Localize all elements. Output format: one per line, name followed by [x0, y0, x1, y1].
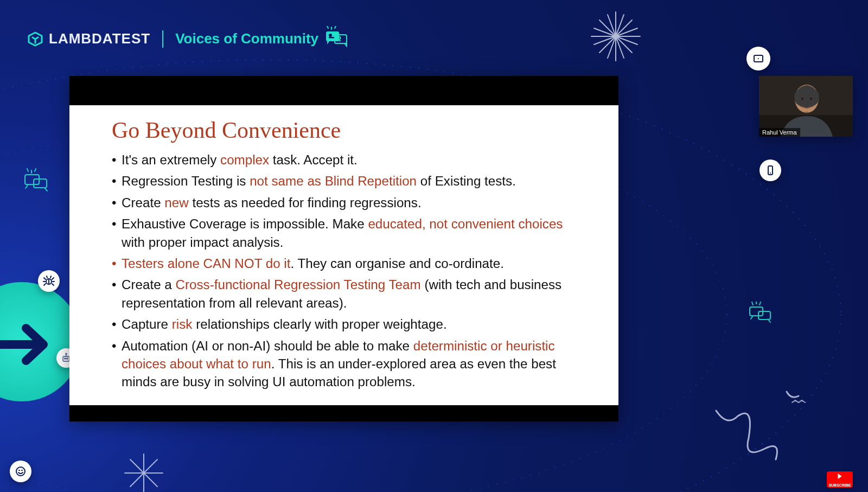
svg-line-34 — [35, 169, 36, 171]
svg-line-51 — [52, 278, 54, 279]
bullet-text: with proper impact analysis. — [122, 235, 283, 250]
bullet-highlight: Cross-functional Regression Testing Team — [176, 277, 421, 292]
header-divider — [162, 30, 163, 48]
decoration-scribble — [711, 389, 830, 465]
svg-line-37 — [752, 302, 753, 305]
svg-line-7 — [616, 36, 632, 53]
subscribe-label: SUBSCRIBE — [828, 483, 851, 487]
brand-name: LAMBDATEST — [49, 30, 150, 47]
svg-rect-27 — [326, 31, 339, 41]
bullet-item-emphasized: Testers alone CAN NOT do it. They can or… — [112, 254, 580, 272]
mobile-device-icon — [760, 159, 781, 181]
bullet-text: . They can organise and co-ordinate. — [290, 256, 504, 271]
svg-point-69 — [801, 97, 803, 100]
tablet-device-icon — [746, 47, 770, 71]
svg-line-11 — [616, 28, 637, 36]
bullet-item: It's an extremely complex task. Accept i… — [112, 151, 580, 169]
webinar-frame: LAMBDATEST Voices of Community — [0, 0, 868, 492]
bullet-item: Regression Testing is not same as Blind … — [112, 172, 580, 190]
svg-rect-41 — [758, 311, 770, 320]
bullet-item: Create a Cross-functional Regression Tes… — [112, 276, 580, 312]
svg-line-39 — [760, 302, 761, 305]
bullet-item: Create new tests as needed for finding r… — [112, 194, 580, 212]
header: LAMBDATEST Voices of Community — [27, 26, 349, 52]
bullet-highlight: new — [164, 195, 188, 210]
bullet-text: Create — [122, 195, 164, 210]
bullet-text: It's an extremely — [122, 152, 220, 167]
smile-icon — [10, 461, 31, 482]
bullet-text: tests as needed for finding regressions. — [189, 195, 422, 210]
bullet-text: relationships clearly with proper weight… — [192, 317, 446, 331]
speaker-video-thumbnail[interactable]: Rahul Verma — [759, 76, 853, 137]
svg-line-8 — [608, 15, 616, 36]
chat-bubble-icon — [324, 26, 349, 52]
svg-point-61 — [16, 467, 25, 476]
lambdatest-logo-icon — [27, 31, 43, 47]
svg-point-28 — [329, 34, 332, 37]
bug-icon — [38, 270, 60, 292]
series-title: Voices of Community — [175, 26, 349, 52]
svg-line-6 — [599, 36, 616, 53]
bullet-item: Automation (AI or non-AI) should be able… — [112, 337, 580, 391]
decoration-chat-icon — [22, 168, 52, 195]
decoration-chat-icon-right — [748, 302, 776, 327]
svg-line-53 — [52, 284, 54, 285]
svg-line-21 — [144, 459, 157, 473]
bullet-text: Regression Testing is — [122, 174, 250, 188]
svg-line-50 — [44, 278, 46, 279]
svg-line-5 — [616, 20, 632, 36]
svg-rect-36 — [34, 179, 47, 188]
svg-line-9 — [616, 15, 624, 36]
bullet-text: Create a — [122, 277, 176, 292]
subscribe-button[interactable]: SUBSCRIBE — [827, 471, 853, 488]
bullet-item: Exhaustive Coverage is impossible. Make … — [112, 215, 580, 251]
slide-content: Go Beyond Convenience It's an extremely … — [69, 105, 618, 405]
svg-line-22 — [130, 473, 144, 487]
svg-line-55 — [50, 276, 51, 278]
svg-line-14 — [608, 36, 616, 58]
svg-rect-40 — [750, 307, 763, 316]
bullet-highlight: Testers alone CAN NOT do it — [122, 256, 290, 271]
svg-point-60 — [66, 354, 67, 355]
presentation-slide: Go Beyond Convenience It's an extremely … — [69, 76, 618, 421]
svg-line-32 — [27, 169, 28, 171]
bullet-text: Capture — [122, 317, 172, 331]
bullet-highlight: not same as Blind Repetition — [250, 174, 417, 188]
bullet-highlight: complex — [220, 152, 269, 167]
decoration-firework — [580, 7, 651, 66]
bullet-highlight: educated, not convenient choices — [368, 216, 563, 231]
bullet-text: Exhaustive Coverage is impossible. Make — [122, 216, 368, 231]
svg-line-23 — [144, 473, 157, 487]
bullet-text: Automation (AI or non-AI) should be able… — [122, 338, 413, 353]
brand: LAMBDATEST — [27, 30, 150, 47]
svg-point-43 — [758, 58, 759, 59]
svg-line-52 — [44, 284, 46, 285]
svg-line-20 — [130, 459, 144, 473]
svg-line-12 — [594, 36, 616, 44]
slide-bullet-list: It's an extremely complex task. Accept i… — [112, 151, 580, 391]
decoration-firework-small — [114, 449, 174, 492]
series-title-text: Voices of Community — [175, 30, 318, 47]
svg-line-10 — [594, 28, 616, 36]
svg-line-54 — [47, 276, 47, 278]
bullet-highlight: risk — [172, 317, 193, 331]
svg-point-57 — [65, 358, 66, 359]
bullet-text: task. Accept it. — [269, 152, 358, 167]
svg-rect-35 — [25, 175, 39, 184]
speaker-name-tag: Rahul Verma — [759, 128, 800, 137]
svg-line-13 — [616, 36, 637, 44]
svg-point-45 — [770, 172, 771, 174]
svg-line-26 — [335, 26, 336, 28]
svg-point-58 — [67, 358, 68, 359]
play-icon — [838, 474, 842, 479]
svg-line-15 — [616, 36, 624, 58]
bullet-item: Capture risk relationships clearly with … — [112, 315, 580, 333]
svg-line-4 — [599, 20, 616, 36]
slide-title: Go Beyond Convenience — [112, 117, 580, 143]
svg-line-24 — [327, 26, 328, 28]
svg-point-70 — [810, 97, 812, 100]
bullet-text: of Existing tests. — [417, 174, 516, 188]
